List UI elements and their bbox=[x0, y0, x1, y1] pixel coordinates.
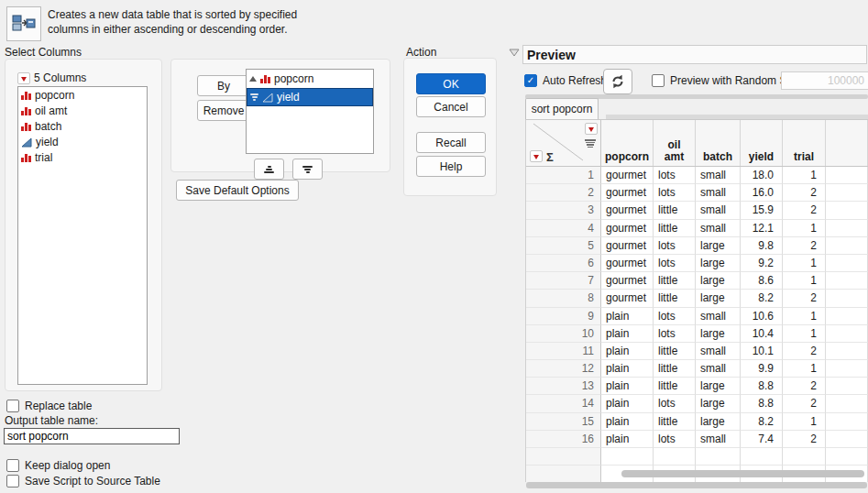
sort-ascending-icon[interactable] bbox=[249, 76, 257, 82]
cell-yield[interactable]: 7.4 bbox=[741, 431, 783, 448]
row-number-cell[interactable]: 16 bbox=[526, 431, 601, 448]
cell-trial[interactable]: 2 bbox=[783, 184, 826, 202]
cell-batch[interactable]: large bbox=[696, 378, 741, 395]
random-subset-input[interactable] bbox=[781, 71, 868, 90]
cell-trial[interactable]: 1 bbox=[783, 167, 826, 184]
disclosure-triangle-icon[interactable] bbox=[509, 48, 520, 60]
cell-trial[interactable]: 2 bbox=[783, 378, 826, 395]
cell-oil-amt[interactable]: little bbox=[654, 272, 696, 290]
cell-trial[interactable]: 2 bbox=[783, 431, 826, 448]
cell-popcorn[interactable]: gourmet bbox=[601, 184, 654, 202]
cell-yield[interactable]: 8.2 bbox=[741, 290, 783, 307]
column-header-trial[interactable]: trial bbox=[783, 120, 826, 166]
cell-oil-amt[interactable]: little bbox=[654, 343, 696, 360]
cell-batch[interactable]: small bbox=[696, 202, 741, 219]
refresh-button[interactable] bbox=[603, 69, 632, 94]
table-row[interactable]: 9 plain lots small 10.6 1 bbox=[526, 308, 868, 325]
output-table-name-input[interactable] bbox=[4, 428, 180, 444]
cell-trial[interactable]: 1 bbox=[783, 255, 826, 272]
cell-trial[interactable]: 2 bbox=[783, 343, 826, 360]
row-number-cell[interactable]: 1 bbox=[526, 167, 601, 184]
column-list-item[interactable]: oil amt bbox=[18, 103, 147, 118]
cell-trial[interactable]: 1 bbox=[783, 360, 826, 378]
cell-oil-amt[interactable]: lots bbox=[654, 431, 696, 448]
row-number-cell[interactable]: 6 bbox=[526, 255, 601, 272]
cell-yield[interactable]: 8.6 bbox=[741, 272, 783, 290]
table-horizontal-scrollbar[interactable] bbox=[621, 470, 864, 477]
row-state-icon[interactable] bbox=[585, 139, 596, 148]
cell-batch[interactable]: small bbox=[696, 184, 741, 202]
replace-table-checkbox[interactable] bbox=[6, 400, 19, 412]
cell-oil-amt[interactable]: lots bbox=[654, 237, 696, 255]
cell-trial[interactable]: 1 bbox=[783, 325, 826, 343]
columns-red-triangle-menu-icon[interactable] bbox=[585, 123, 598, 135]
cell-batch[interactable]: large bbox=[696, 325, 741, 343]
cell-oil-amt[interactable]: little bbox=[654, 360, 696, 378]
cell-oil-amt[interactable]: lots bbox=[654, 308, 696, 325]
by-button[interactable]: By bbox=[197, 75, 250, 96]
random-subset-checkbox[interactable] bbox=[652, 74, 665, 87]
cell-yield[interactable]: 10.6 bbox=[741, 308, 783, 325]
cell-popcorn[interactable]: plain bbox=[601, 325, 654, 343]
column-list-item[interactable]: batch bbox=[18, 118, 147, 134]
table-row[interactable]: 8 gourmet little large 8.2 2 bbox=[526, 290, 868, 307]
cell-oil-amt[interactable]: lots bbox=[654, 325, 696, 343]
cell-oil-amt[interactable]: lots bbox=[654, 184, 696, 202]
cell-oil-amt[interactable]: little bbox=[654, 413, 696, 431]
cell-batch[interactable]: large bbox=[696, 413, 741, 431]
cell-trial[interactable]: 1 bbox=[783, 272, 826, 290]
table-row[interactable]: 6 gourmet lots large 9.2 1 bbox=[526, 255, 868, 272]
row-number-cell[interactable]: 3 bbox=[526, 202, 601, 219]
cell-oil-amt[interactable]: lots bbox=[654, 395, 696, 412]
cell-batch[interactable]: large bbox=[696, 290, 741, 307]
cell-oil-amt[interactable]: little bbox=[654, 220, 696, 237]
cancel-button[interactable]: Cancel bbox=[416, 96, 486, 117]
row-number-cell[interactable]: 4 bbox=[526, 220, 601, 237]
row-number-cell[interactable]: 12 bbox=[526, 360, 601, 378]
cell-popcorn[interactable]: plain bbox=[601, 343, 654, 360]
cell-popcorn[interactable]: plain bbox=[601, 360, 654, 378]
row-number-cell[interactable]: 10 bbox=[526, 325, 601, 343]
cell-trial[interactable]: 2 bbox=[783, 395, 826, 412]
column-header-yield[interactable]: yield bbox=[741, 120, 783, 166]
cell-yield[interactable]: 15.9 bbox=[741, 202, 783, 219]
cell-yield[interactable]: 16.0 bbox=[741, 184, 783, 202]
save-script-checkbox[interactable] bbox=[6, 475, 19, 488]
by-listbox[interactable]: popcorn yield bbox=[246, 69, 374, 154]
cell-oil-amt[interactable]: lots bbox=[654, 255, 696, 272]
red-triangle-menu-icon[interactable] bbox=[17, 72, 30, 84]
table-row[interactable]: 5 gourmet lots large 9.8 2 bbox=[526, 237, 868, 255]
row-number-cell[interactable]: 13 bbox=[526, 378, 601, 395]
cell-oil-amt[interactable]: little bbox=[654, 290, 696, 307]
column-list-item[interactable]: popcorn bbox=[18, 87, 147, 103]
table-row[interactable]: 16 plain lots small 7.4 2 bbox=[526, 431, 868, 448]
keep-dialog-open-checkbox[interactable] bbox=[6, 459, 19, 472]
row-number-cell[interactable]: 5 bbox=[526, 237, 601, 255]
table-row[interactable]: 1 gourmet lots small 18.0 1 bbox=[526, 167, 868, 184]
cell-popcorn[interactable]: gourmet bbox=[601, 220, 654, 237]
cell-yield[interactable]: 10.1 bbox=[741, 343, 783, 360]
cell-yield[interactable]: 8.8 bbox=[741, 378, 783, 395]
cell-yield[interactable]: 8.8 bbox=[741, 395, 783, 412]
column-header-oil-amt[interactable]: oil amt bbox=[654, 120, 696, 166]
table-row[interactable]: 3 gourmet little small 15.9 2 bbox=[526, 202, 868, 219]
cell-yield[interactable]: 8.2 bbox=[741, 413, 783, 431]
cell-popcorn[interactable]: plain bbox=[601, 378, 654, 395]
cell-batch[interactable]: large bbox=[696, 237, 741, 255]
cell-popcorn[interactable]: plain bbox=[601, 308, 654, 325]
column-header-popcorn[interactable]: popcorn bbox=[601, 120, 654, 166]
cell-yield[interactable]: 10.4 bbox=[741, 325, 783, 343]
cell-batch[interactable]: small bbox=[696, 360, 741, 378]
save-default-options-button[interactable]: Save Default Options bbox=[176, 180, 299, 201]
cell-trial[interactable]: 1 bbox=[783, 220, 826, 237]
cell-oil-amt[interactable]: little bbox=[654, 202, 696, 219]
table-row[interactable]: 15 plain little large 8.2 1 bbox=[526, 413, 868, 431]
cell-popcorn[interactable]: gourmet bbox=[601, 167, 654, 184]
cell-popcorn[interactable]: gourmet bbox=[601, 272, 654, 290]
auto-refresh-checkbox[interactable]: ✓ bbox=[524, 74, 537, 87]
row-number-cell[interactable]: 15 bbox=[526, 413, 601, 431]
sigma-icon[interactable]: Σ bbox=[546, 151, 554, 163]
cell-trial[interactable]: 2 bbox=[783, 202, 826, 219]
by-list-item-selected[interactable]: yield bbox=[247, 88, 373, 106]
cell-popcorn[interactable]: gourmet bbox=[601, 237, 654, 255]
